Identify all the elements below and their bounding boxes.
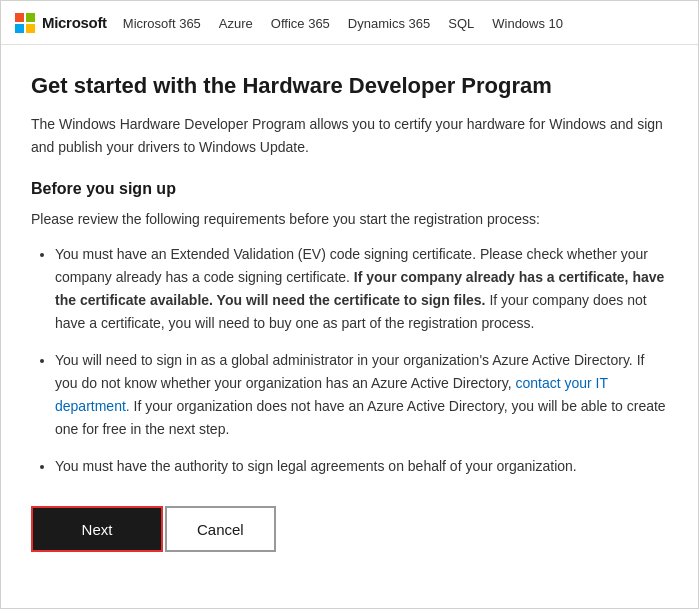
next-button[interactable]: Next (31, 506, 163, 552)
nav-item-azure[interactable]: Azure (219, 15, 253, 31)
nav-item-sql[interactable]: SQL (448, 15, 474, 31)
nav-item-windows10[interactable]: Windows 10 (492, 15, 563, 31)
requirement-ev-cert: You must have an Extended Validation (EV… (55, 243, 668, 335)
nav-links: Microsoft 365 Azure Office 365 Dynamics … (123, 15, 563, 31)
req2-text-after: If your organization does not have an Az… (55, 398, 666, 437)
logo-blue (15, 24, 24, 33)
nav-item-dynamics365[interactable]: Dynamics 365 (348, 15, 430, 31)
cancel-button[interactable]: Cancel (165, 506, 276, 552)
requirement-azure-ad: You will need to sign in as a global adm… (55, 349, 668, 441)
logo-green (26, 13, 35, 22)
nav-item-ms365[interactable]: Microsoft 365 (123, 15, 201, 31)
ms-logo-grid (15, 13, 35, 33)
nav-item-office365[interactable]: Office 365 (271, 15, 330, 31)
requirement-legal-authority: You must have the authority to sign lega… (55, 455, 668, 478)
page-wrapper: Microsoft Microsoft 365 Azure Office 365… (0, 0, 699, 609)
microsoft-logo: Microsoft (15, 13, 107, 33)
navbar: Microsoft Microsoft 365 Azure Office 365… (1, 1, 698, 45)
requirements-list: You must have an Extended Validation (EV… (31, 243, 668, 479)
main-content: Get started with the Hardware Developer … (1, 45, 698, 572)
prereq-intro: Please review the following requirements… (31, 208, 668, 230)
logo-yellow (26, 24, 35, 33)
logo-red (15, 13, 24, 22)
intro-text: The Windows Hardware Developer Program a… (31, 113, 668, 158)
before-signup-heading: Before you sign up (31, 180, 668, 198)
page-title: Get started with the Hardware Developer … (31, 73, 668, 99)
brand-name: Microsoft (42, 14, 107, 31)
button-area: Next Cancel (31, 502, 668, 552)
req3-text: You must have the authority to sign lega… (55, 458, 577, 474)
